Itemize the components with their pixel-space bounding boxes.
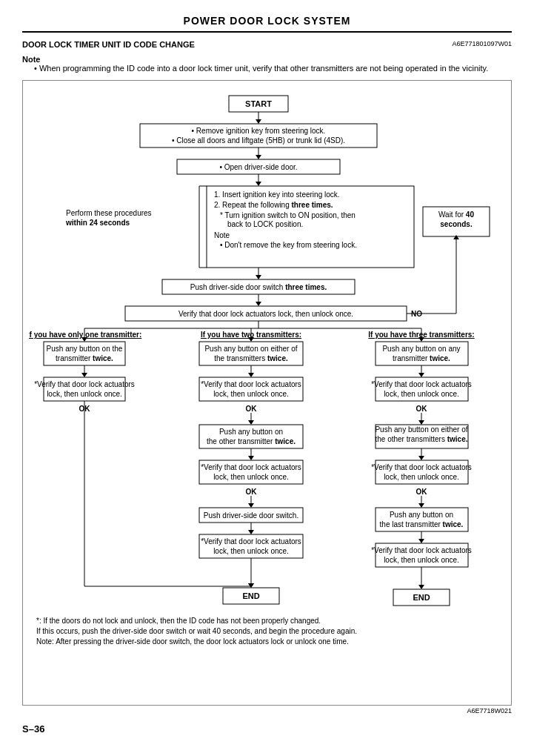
svg-text:*Verify that door lock actuato: *Verify that door lock actuators [201, 380, 301, 388]
svg-text:Note: After pressing the drive: Note: After pressing the driver-side doo… [36, 637, 349, 646]
doc-ref2: A6E7718W021 [22, 707, 512, 714]
svg-marker-75 [248, 456, 254, 460]
svg-text:Perform these procedures: Perform these procedures [66, 209, 152, 217]
svg-text:back to LOCK position.: back to LOCK position. [227, 220, 303, 228]
svg-text:Note: Note [214, 231, 230, 239]
svg-text:*Verify that door lock actuato: *Verify that door lock actuators [371, 380, 472, 388]
svg-marker-81 [248, 503, 254, 508]
svg-marker-70 [248, 420, 254, 425]
svg-text:* Turn ignition switch to ON p: * Turn ignition switch to ON position, t… [220, 211, 356, 219]
svg-text:OK: OK [246, 405, 258, 413]
doc-ref1: A6E771801097W01 [452, 40, 512, 47]
svg-text:If this occurs, push the drive: If this occurs, push the driver-side doo… [36, 627, 357, 635]
svg-text:lock, then unlock once.: lock, then unlock once. [47, 390, 122, 398]
svg-text:*Verify that door lock actuato: *Verify that door lock actuators [201, 463, 301, 471]
svg-text:END: END [242, 591, 259, 600]
svg-marker-64 [248, 373, 254, 377]
note-body: When programming the ID code into a door… [39, 64, 488, 73]
svg-text:Wait for 40: Wait for 40 [438, 210, 474, 219]
note-bullet: • [34, 64, 39, 73]
svg-text:• Don't remove the key from st: • Don't remove the key from steering loc… [220, 241, 357, 249]
note-text: • When programming the ID code into a do… [34, 64, 512, 73]
svg-text:the transmitters twice.: the transmitters twice. [214, 354, 288, 362]
svg-text:*Verify that door lock actuato: *Verify that door lock actuators [201, 537, 301, 546]
note-label: Note [22, 55, 512, 64]
svg-text:*Verify that door lock actuato: *Verify that door lock actuators [371, 546, 472, 554]
svg-text:START: START [245, 99, 272, 108]
svg-marker-85 [248, 530, 254, 534]
svg-text:Push any button on: Push any button on [390, 511, 453, 519]
svg-marker-3 [256, 119, 261, 124]
svg-text:lock, then unlock once.: lock, then unlock once. [384, 390, 459, 398]
svg-text:lock, then unlock once.: lock, then unlock once. [384, 556, 459, 564]
svg-text:• Close all doors and liftgate: • Close all doors and liftgate (5HB) or … [172, 136, 345, 145]
svg-text:seconds.: seconds. [440, 220, 473, 228]
svg-text:END: END [413, 593, 430, 602]
svg-marker-93 [418, 373, 424, 377]
svg-text:• Remove ignition key from ste: • Remove ignition key from steering lock… [192, 127, 326, 135]
svg-text:OK: OK [416, 488, 428, 496]
svg-text:the other transmitter twice.: the other transmitter twice. [207, 437, 296, 445]
svg-marker-55 [81, 373, 87, 377]
svg-text:1. Insert ignition key into st: 1. Insert ignition key into steering loc… [214, 190, 340, 199]
section-title: DOOR LOCK TIMER UNIT ID CODE CHANGE [22, 40, 195, 49]
svg-text:transmitter twice.: transmitter twice. [56, 354, 113, 362]
svg-text:within 24 seconds: within 24 seconds [65, 219, 130, 227]
svg-text:Verify that door lock actuator: Verify that door lock actuators lock, th… [178, 310, 353, 318]
svg-text:2. Repeat the following three : 2. Repeat the following three times. [214, 201, 333, 209]
svg-marker-50 [418, 337, 424, 342]
svg-marker-126 [418, 585, 424, 589]
svg-text:lock, then unlock once.: lock, then unlock once. [213, 390, 289, 398]
svg-text:*Verify that door lock actuato: *Verify that door lock actuators [34, 380, 135, 388]
svg-text:lock, then unlock once.: lock, then unlock once. [384, 473, 459, 481]
svg-text:OK: OK [416, 405, 428, 413]
svg-text:Push driver-side door switch.: Push driver-side door switch. [204, 511, 298, 520]
svg-text:*: If the doors do not lock an: *: If the doors do not lock and unlock, … [36, 617, 321, 625]
svg-marker-129 [248, 583, 254, 588]
svg-marker-8 [256, 155, 261, 159]
page-title: POWER DOOR LOCK SYSTEM [22, 15, 512, 33]
svg-marker-115 [418, 539, 424, 543]
flowchart-svg: START • Remove ignition key from steerin… [29, 90, 518, 697]
svg-text:Push any button on either of: Push any button on either of [204, 345, 297, 353]
svg-marker-99 [418, 420, 424, 425]
svg-text:lock, then unlock once.: lock, then unlock once. [213, 547, 289, 555]
svg-text:• Open driver-side door.: • Open driver-side door. [219, 163, 297, 171]
svg-text:Push any button on: Push any button on [219, 428, 283, 436]
svg-text:OK: OK [246, 488, 258, 496]
page-number: S–36 [22, 723, 512, 735]
svg-text:transmitter twice.: transmitter twice. [393, 354, 450, 362]
svg-marker-29 [256, 275, 261, 279]
svg-marker-46 [81, 337, 87, 342]
svg-marker-33 [256, 302, 261, 306]
note-section: Note • When programming the ID code into… [22, 55, 512, 73]
svg-text:Push driver-side door switch t: Push driver-side door switch three times… [190, 283, 327, 291]
svg-text:Push any button on the: Push any button on the [47, 345, 123, 353]
svg-text:Push any button on any: Push any button on any [382, 345, 460, 353]
svg-text:Push any button on either of: Push any button on either of [375, 425, 467, 434]
svg-text:the last transmitter twice.: the last transmitter twice. [380, 520, 464, 528]
diagram-container: START • Remove ignition key from steerin… [22, 80, 512, 706]
svg-marker-104 [418, 456, 424, 460]
svg-text:the other transmitters twice.: the other transmitters twice. [375, 435, 467, 443]
svg-marker-48 [248, 337, 254, 342]
svg-marker-12 [256, 182, 261, 186]
svg-text:*Verify that door lock actuato: *Verify that door lock actuators [371, 463, 472, 471]
svg-marker-110 [418, 503, 424, 508]
svg-text:lock, then unlock once.: lock, then unlock once. [213, 473, 289, 481]
